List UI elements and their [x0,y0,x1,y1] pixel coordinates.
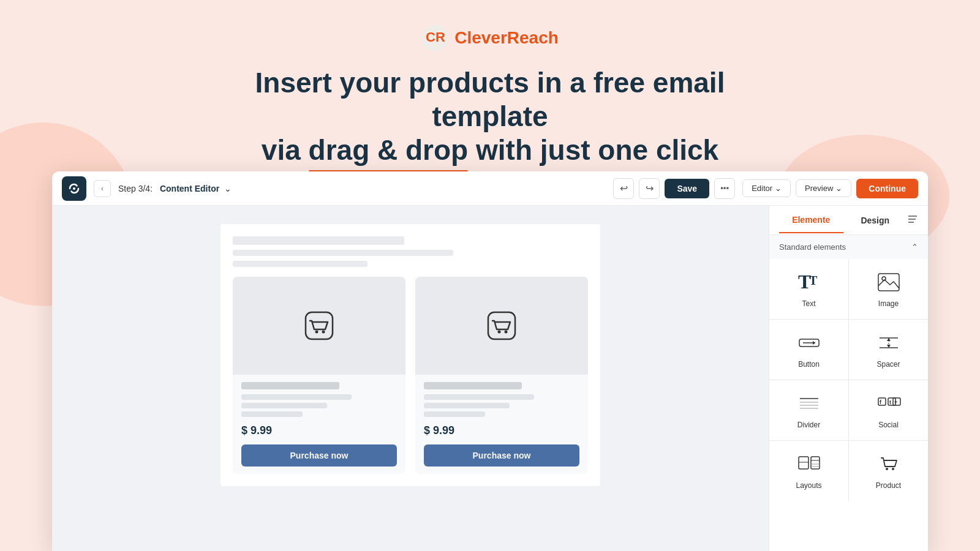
button-element-label: Button [798,360,820,369]
save-button[interactable]: Save [665,179,709,198]
svg-point-8 [505,331,508,334]
svg-rect-3 [306,312,333,339]
text-element-label: Text [802,299,815,308]
spacer-element-label: Spacer [876,360,900,369]
email-subbar-1 [233,250,453,256]
product-desc-skeleton-2c [424,411,485,417]
svg-rect-37 [811,457,820,469]
logo-icon: CR [421,24,448,51]
svg-text:T: T [809,274,818,287]
product-card-2: $ 9.99 Purchase now [415,277,588,474]
main-content: $ 9.99 Purchase now [52,206,928,551]
main-headline: Insert your products in a free email tem… [214,66,766,168]
elements-grid: T T Text Image [769,259,928,501]
svg-rect-6 [488,312,515,339]
svg-point-5 [322,331,325,334]
svg-rect-35 [799,457,809,469]
preview-button[interactable]: Preview ⌄ [796,179,851,197]
element-product[interactable]: Product [849,441,928,501]
image-element-icon [876,270,901,294]
panel-section-header: Standard elements ⌃ [769,235,928,259]
product-desc-skeleton-1a [241,394,352,400]
product-element-label: Product [876,481,901,490]
social-element-label: Social [878,421,899,429]
logo-text: CleverReach [454,28,559,48]
nav-back-button[interactable]: ‹ [94,180,111,197]
element-layouts[interactable]: Layouts [769,441,848,501]
right-actions: Editor ⌄ Preview ⌄ Continue [742,179,918,198]
toolbar-buttons: ↩ ↪ Save ••• [613,178,735,199]
product-info-2: $ 9.99 Purchase now [415,375,588,474]
email-header-skeleton [233,236,404,245]
element-button[interactable]: Button [769,320,848,380]
panel-tabs: Elemente Design [769,206,928,235]
product-info-1: $ 9.99 Purchase now [233,375,405,474]
spacer-element-icon [876,331,901,355]
social-element-icon: f t + [876,391,901,416]
tab-elements[interactable]: Elemente [779,208,843,233]
svg-marker-19 [813,341,815,345]
product-image-1 [233,277,405,375]
redo-button[interactable]: ↪ [639,178,660,199]
logo: CR CleverReach [421,24,559,51]
svg-point-41 [886,468,888,470]
top-bar: ‹ Step 3/4: Content Editor ⌄ ↩ ↪ Save ••… [52,171,928,206]
product-desc-skeleton-1b [241,403,327,408]
section-label: Standard elements [779,242,846,252]
step-number: Step 3/4: [118,184,153,193]
continue-button[interactable]: Continue [856,179,918,198]
element-spacer[interactable]: Spacer [849,320,928,380]
element-social[interactable]: f t + Social [849,380,928,440]
filter-icon[interactable] [907,214,918,227]
element-divider[interactable]: Divider [769,380,848,440]
product-title-skeleton-1 [241,382,339,389]
more-button[interactable]: ••• [714,178,735,199]
cart-icon-2 [483,307,520,344]
layouts-element-label: Layouts [796,481,821,490]
element-image[interactable]: Image [849,259,928,319]
cart-icon-1 [301,307,337,344]
products-grid: $ 9.99 Purchase now [221,277,600,486]
svg-text:f: f [880,399,882,405]
svg-text:+: + [894,399,897,405]
product-element-icon [876,452,901,476]
element-text[interactable]: T T Text [769,259,848,319]
tab-design[interactable]: Design [843,208,908,233]
product-price-1: $ 9.99 [241,424,397,437]
email-preview: $ 9.99 Purchase now [221,224,600,486]
svg-text:t: t [889,399,891,405]
email-subbar-2 [233,261,368,267]
product-image-2 [415,277,588,375]
image-element-label: Image [878,299,899,308]
svg-text:CR: CR [426,29,445,45]
divider-element-icon [797,391,821,416]
headline-underlined: drag & drop [309,133,469,167]
product-desc-skeleton-2a [424,394,534,400]
svg-point-42 [892,468,894,470]
undo-button[interactable]: ↩ [613,178,634,199]
purchase-button-1[interactable]: Purchase now [241,444,397,467]
product-price-2: $ 9.99 [424,424,579,437]
right-panel: Elemente Design Standard elements ⌃ [769,206,928,551]
step-name: Content Editor [160,184,219,193]
canvas-area: $ 9.99 Purchase now [52,206,769,551]
product-title-skeleton-2 [424,382,522,389]
text-element-icon: T T [797,270,821,294]
divider-element-label: Divider [797,421,820,429]
purchase-button-2[interactable]: Purchase now [424,444,579,467]
app-window: ‹ Step 3/4: Content Editor ⌄ ↩ ↪ Save ••… [52,171,928,551]
editor-button[interactable]: Editor ⌄ [742,179,791,197]
section-collapse-icon[interactable]: ⌃ [911,242,918,252]
svg-point-2 [73,187,75,190]
button-element-icon [797,331,821,355]
svg-point-7 [498,331,501,334]
layouts-element-icon [797,452,821,476]
product-desc-skeleton-2b [424,403,510,408]
app-logo-mark [62,176,86,201]
product-desc-skeleton-1c [241,411,303,417]
svg-point-4 [315,331,318,334]
product-card-1: $ 9.99 Purchase now [233,277,405,474]
